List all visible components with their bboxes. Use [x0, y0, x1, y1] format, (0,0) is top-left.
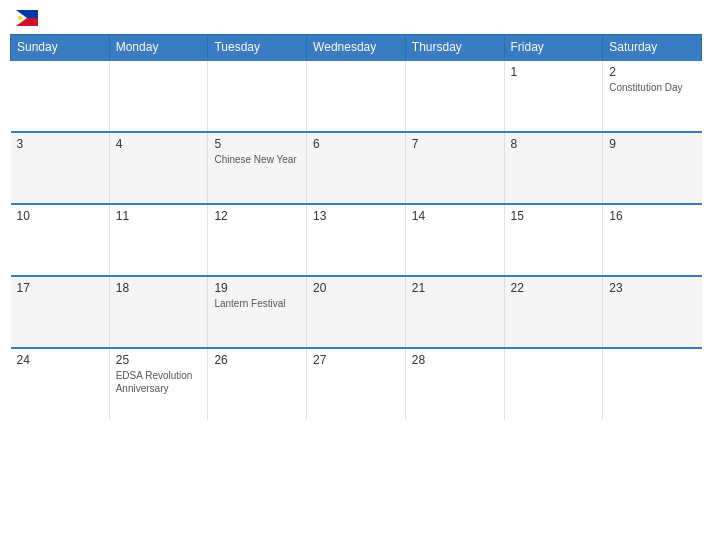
- header-tuesday: Tuesday: [208, 35, 307, 61]
- header-thursday: Thursday: [405, 35, 504, 61]
- day-number: 27: [313, 353, 399, 367]
- calendar-cell: 12: [208, 204, 307, 276]
- day-number: 12: [214, 209, 300, 223]
- calendar-cell: 9: [603, 132, 702, 204]
- svg-point-3: [18, 16, 22, 20]
- day-number: 16: [609, 209, 695, 223]
- calendar-cell: 4: [109, 132, 208, 204]
- calendar-week-row: 345Chinese New Year6789: [11, 132, 702, 204]
- day-number: 18: [116, 281, 202, 295]
- weekday-header-row: Sunday Monday Tuesday Wednesday Thursday…: [11, 35, 702, 61]
- day-number: 2: [609, 65, 695, 79]
- day-number: 24: [17, 353, 103, 367]
- day-number: 8: [511, 137, 597, 151]
- calendar-cell: 15: [504, 204, 603, 276]
- day-number: 23: [609, 281, 695, 295]
- calendar-cell: 2Constitution Day: [603, 60, 702, 132]
- calendar-cell: [208, 60, 307, 132]
- day-number: 5: [214, 137, 300, 151]
- calendar-cell: [307, 60, 406, 132]
- header: [10, 10, 702, 26]
- calendar-container: Sunday Monday Tuesday Wednesday Thursday…: [0, 0, 712, 550]
- calendar-cell: [504, 348, 603, 420]
- calendar-cell: 23: [603, 276, 702, 348]
- calendar-week-row: 12Constitution Day: [11, 60, 702, 132]
- day-number: 28: [412, 353, 498, 367]
- calendar-cell: 5Chinese New Year: [208, 132, 307, 204]
- day-number: 10: [17, 209, 103, 223]
- day-number: 14: [412, 209, 498, 223]
- day-number: 22: [511, 281, 597, 295]
- holiday-label: Chinese New Year: [214, 153, 300, 166]
- calendar-cell: [109, 60, 208, 132]
- logo-flag-icon: [16, 10, 38, 26]
- holiday-label: EDSA Revolution Anniversary: [116, 369, 202, 395]
- calendar-cell: 16: [603, 204, 702, 276]
- holiday-label: Lantern Festival: [214, 297, 300, 310]
- day-number: 17: [17, 281, 103, 295]
- header-sunday: Sunday: [11, 35, 110, 61]
- day-number: 20: [313, 281, 399, 295]
- calendar-cell: 11: [109, 204, 208, 276]
- day-number: 6: [313, 137, 399, 151]
- day-number: 4: [116, 137, 202, 151]
- calendar-cell: 26: [208, 348, 307, 420]
- calendar-cell: 7: [405, 132, 504, 204]
- calendar-cell: 22: [504, 276, 603, 348]
- header-friday: Friday: [504, 35, 603, 61]
- day-number: 15: [511, 209, 597, 223]
- calendar-cell: 28: [405, 348, 504, 420]
- day-number: 21: [412, 281, 498, 295]
- day-number: 7: [412, 137, 498, 151]
- calendar-cell: 13: [307, 204, 406, 276]
- day-number: 25: [116, 353, 202, 367]
- logo: [14, 10, 38, 26]
- day-number: 9: [609, 137, 695, 151]
- calendar-cell: 10: [11, 204, 110, 276]
- calendar-week-row: 171819Lantern Festival20212223: [11, 276, 702, 348]
- calendar-cell: 27: [307, 348, 406, 420]
- calendar-cell: 8: [504, 132, 603, 204]
- calendar-cell: 6: [307, 132, 406, 204]
- calendar-cell: 21: [405, 276, 504, 348]
- calendar-cell: [603, 348, 702, 420]
- day-number: 13: [313, 209, 399, 223]
- calendar-cell: 24: [11, 348, 110, 420]
- holiday-label: Constitution Day: [609, 81, 695, 94]
- calendar-cell: 17: [11, 276, 110, 348]
- calendar-cell: [11, 60, 110, 132]
- calendar-table: Sunday Monday Tuesday Wednesday Thursday…: [10, 34, 702, 420]
- calendar-cell: 19Lantern Festival: [208, 276, 307, 348]
- calendar-cell: 14: [405, 204, 504, 276]
- day-number: 11: [116, 209, 202, 223]
- calendar-cell: 3: [11, 132, 110, 204]
- calendar-week-row: 2425EDSA Revolution Anniversary262728: [11, 348, 702, 420]
- calendar-week-row: 10111213141516: [11, 204, 702, 276]
- header-wednesday: Wednesday: [307, 35, 406, 61]
- day-number: 19: [214, 281, 300, 295]
- calendar-cell: 25EDSA Revolution Anniversary: [109, 348, 208, 420]
- calendar-cell: 18: [109, 276, 208, 348]
- calendar-cell: 1: [504, 60, 603, 132]
- calendar-cell: [405, 60, 504, 132]
- header-monday: Monday: [109, 35, 208, 61]
- header-saturday: Saturday: [603, 35, 702, 61]
- day-number: 1: [511, 65, 597, 79]
- day-number: 3: [17, 137, 103, 151]
- calendar-cell: 20: [307, 276, 406, 348]
- day-number: 26: [214, 353, 300, 367]
